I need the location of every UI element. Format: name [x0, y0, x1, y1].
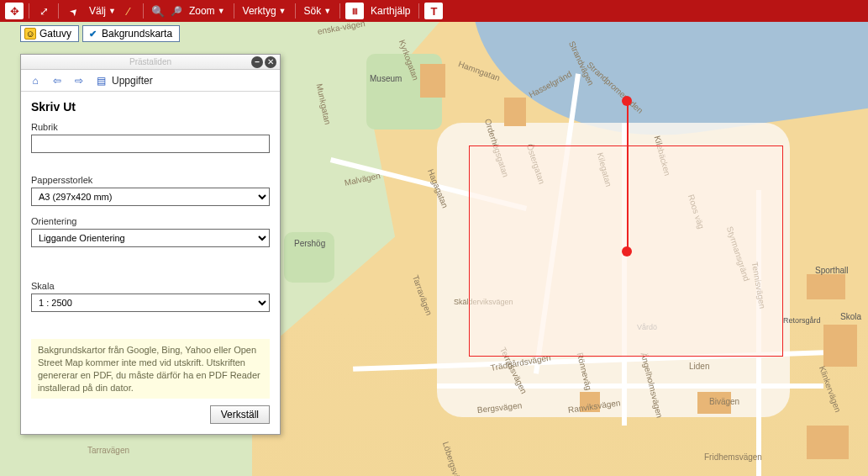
panel-actions: Verkställ: [31, 405, 270, 424]
chevron-down-icon: ▼: [108, 7, 116, 15]
scale-label: Skala: [31, 281, 270, 291]
chevron-down-icon: ▼: [218, 7, 225, 15]
separator: [418, 3, 419, 19]
fullscreen-icon[interactable]: ⤢: [34, 3, 53, 19]
orientation-select[interactable]: Liggande Orientering: [31, 229, 270, 247]
panel-minimize-button[interactable]: –: [251, 56, 263, 68]
chevron-down-icon: ▼: [324, 7, 331, 15]
panel-body: Skriv Ut Rubrik Pappersstorlek A3 (297x4…: [21, 92, 280, 434]
chevron-down-icon: ▼: [279, 7, 287, 15]
building: [697, 392, 731, 414]
street-tarravagen2: Tarravägen: [87, 446, 129, 455]
park-area: [284, 232, 334, 283]
building: [807, 274, 845, 299]
panel-toolbar: ⌂ ⇦ ⇨ ▤ Uppgifter: [21, 70, 280, 92]
paper-size-label: Pappersstorlek: [31, 175, 270, 185]
details-label: Uppgifter: [112, 75, 153, 87]
details-button[interactable]: ▤ Uppgifter: [93, 73, 153, 88]
arrow-right-icon[interactable]: ⇨: [71, 73, 87, 88]
search-label-text: Sök: [304, 5, 322, 17]
separator: [58, 3, 59, 19]
panel-ghost-title: Prästaliden: [21, 57, 280, 66]
rubrik-label: Rubrik: [31, 122, 270, 132]
zoom-out-icon[interactable]: 🔎: [169, 4, 185, 19]
info-note: Bakgrundskartor från Google, Bing, Yahoo…: [31, 339, 270, 399]
building: [504, 98, 526, 126]
streetview-label: Gatuvy: [39, 28, 71, 40]
map-help-label-text: Karthjälp: [371, 5, 410, 17]
arrow-left-icon[interactable]: ⇦: [50, 73, 65, 88]
text-tool-icon[interactable]: T: [424, 3, 443, 19]
streetview-button[interactable]: ☺ Gatuvy: [20, 25, 79, 42]
map-help[interactable]: Ⅲ Karthjälp: [345, 3, 413, 19]
street-enska: enska-vägen: [317, 22, 366, 36]
person-icon: ☺: [24, 28, 36, 40]
scale-select[interactable]: 1 : 2500: [31, 294, 270, 312]
pointer-icon: [64, 3, 82, 19]
panel-titlebar[interactable]: Prästaliden – ✕: [21, 55, 280, 70]
background-map-label: Bakgrundskarta: [102, 28, 172, 40]
panel-title: Skriv Ut: [31, 100, 270, 114]
orientation-label: Orientering: [31, 216, 270, 226]
search-menu[interactable]: Sök ▼: [301, 3, 335, 19]
zoom-menu[interactable]: Zoom ▼: [186, 3, 229, 19]
building: [807, 426, 849, 459]
map-help-icon: Ⅲ: [345, 3, 364, 19]
separator: [339, 3, 340, 19]
submit-button[interactable]: Verkställ: [210, 405, 270, 424]
building: [823, 325, 857, 367]
print-extent-center-handle[interactable]: [622, 246, 632, 257]
background-map-button[interactable]: ✔ Bakgrundskarta: [82, 25, 180, 42]
paper-size-select[interactable]: A3 (297x420 mm): [31, 188, 270, 206]
measure-icon[interactable]: ⁄: [119, 3, 138, 19]
home-icon[interactable]: ⌂: [28, 73, 43, 88]
check-icon: ✔: [87, 28, 98, 40]
main-toolbar: ✥ ⤢ Välj ▼ ⁄ 🔍 🔎 Zoom ▼ Verktyg ▼ Sök ▼ …: [0, 0, 868, 22]
street-munkgatan: Munkgatan: [315, 82, 333, 125]
road: [437, 383, 823, 389]
select-label-text: Välj: [89, 5, 106, 17]
print-extent-top-handle[interactable]: [622, 96, 632, 106]
tools-label-text: Verktyg: [243, 5, 276, 17]
print-panel: Prästaliden – ✕ ⌂ ⇦ ⇨ ▤ Uppgifter Skriv …: [20, 54, 281, 435]
zoom-label-text: Zoom: [189, 5, 215, 17]
separator: [143, 3, 144, 19]
list-icon: ▤: [93, 73, 108, 88]
tools-menu[interactable]: Verktyg ▼: [239, 3, 290, 19]
layer-buttons: ☺ Gatuvy ✔ Bakgrundskarta: [20, 25, 180, 42]
zoom-in-icon[interactable]: 🔍: [149, 3, 167, 19]
separator: [234, 3, 234, 19]
separator: [29, 3, 29, 19]
print-extent-handle-line: [627, 101, 629, 252]
select-label: Välj ▼: [86, 3, 119, 19]
move-icon[interactable]: ✥: [5, 3, 24, 19]
rubrik-input[interactable]: [31, 135, 270, 153]
building: [420, 64, 445, 98]
panel-close-button[interactable]: ✕: [265, 56, 276, 68]
select-tool[interactable]: Välj ▼: [64, 3, 119, 19]
separator: [295, 3, 296, 19]
building: [580, 392, 600, 412]
